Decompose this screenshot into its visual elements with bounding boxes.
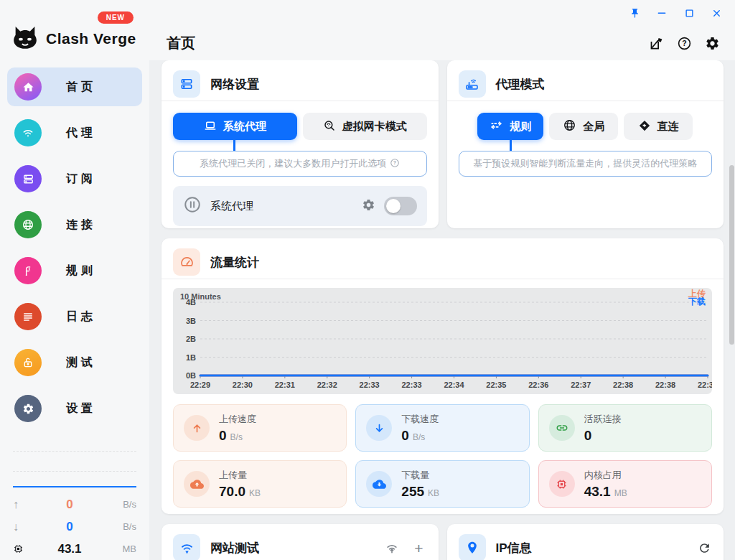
proxy-mode-hint: 基于预设规则智能判断流量走向，提供灵活的代理策略 <box>459 151 713 177</box>
sidebar-item-profiles[interactable]: 订阅 <box>7 159 142 198</box>
button-label: 虚拟网卡模式 <box>342 120 407 134</box>
globe-icon <box>563 118 576 134</box>
sidebar-item-label: 代理 <box>66 126 96 141</box>
svg-text:22:38: 22:38 <box>655 381 675 389</box>
stat-value: 255 <box>401 484 424 500</box>
traffic-stat-grid: 上传速度 0B/s 下载速度 0B/s <box>173 404 712 508</box>
arrow-down-icon: ↓ <box>13 521 30 533</box>
divider <box>161 101 439 101</box>
svg-text:22:36: 22:36 <box>528 381 548 389</box>
svg-text:22:32: 22:32 <box>317 381 337 389</box>
sidebar-item-label: 首页 <box>66 80 96 95</box>
maximize-icon[interactable] <box>680 5 698 21</box>
sidebar-download-row: ↓ 0 B/s <box>13 515 136 538</box>
direct-mode-button[interactable]: 直连 <box>624 113 693 140</box>
svg-text:22:31: 22:31 <box>275 381 295 389</box>
svg-text:22:30: 22:30 <box>233 381 253 389</box>
sidebar-memory-value: 43.1 <box>30 542 109 556</box>
system-proxy-button[interactable]: 系统代理 <box>173 113 297 140</box>
button-label: 全局 <box>583 120 604 134</box>
card-header: 流量统计 <box>173 247 712 277</box>
sidebar-item-home[interactable]: 首页 <box>7 67 142 106</box>
lightweight-mode-icon[interactable] <box>647 34 665 52</box>
svg-text:22:33: 22:33 <box>360 381 380 389</box>
settings-icon[interactable] <box>703 34 721 52</box>
wifi-icon <box>14 119 42 146</box>
stat-value: 0 <box>219 428 227 444</box>
sidebar-download-value: 0 <box>30 520 109 534</box>
pause-circle-icon[interactable] <box>183 195 202 217</box>
cpu-icon <box>549 471 575 497</box>
minimize-icon[interactable] <box>653 5 670 21</box>
sidebar-item-proxies[interactable]: 代理 <box>7 113 142 152</box>
stat-value: 0 <box>584 428 592 444</box>
system-proxy-switch[interactable] <box>384 197 417 215</box>
page-title: 首页 <box>167 34 195 53</box>
sidebar-item-settings[interactable]: 设置 <box>7 389 142 428</box>
pin-icon[interactable] <box>626 5 643 21</box>
stat-label: 活跃连接 <box>584 413 622 426</box>
direct-icon <box>638 119 651 134</box>
traffic-stats-card: 流量统计 10 Minutes 上传 下载 0B1B2B3B4B22:2922:… <box>161 238 724 514</box>
app-logo: Clash Verge NEW <box>0 22 149 56</box>
close-icon[interactable] <box>708 5 725 21</box>
sidebar-item-connections[interactable]: 连接 <box>7 205 142 244</box>
cloud-down-icon <box>366 471 392 497</box>
stat-value: 0 <box>401 428 409 444</box>
tun-mode-button[interactable]: 虚拟网卡模式 <box>303 113 427 140</box>
arrow-down-icon <box>366 415 392 441</box>
hint-text: 系统代理已关闭，建议大多数用户打开此选项 <box>200 157 386 170</box>
card-title: 代理模式 <box>496 76 545 93</box>
gear-icon <box>14 395 42 422</box>
sidebar-item-label: 规则 <box>66 263 96 279</box>
sidebar-item-test[interactable]: 测试 <box>7 343 142 382</box>
sidebar-item-logs[interactable]: 日志 <box>7 297 142 336</box>
sidebar-item-rules[interactable]: 规则 <box>7 251 142 290</box>
sidebar-memory-unit: MB <box>109 543 136 554</box>
help-icon[interactable]: ? <box>675 34 693 52</box>
stat-unit: MB <box>614 488 627 498</box>
global-mode-button[interactable]: 全局 <box>549 113 618 140</box>
upload-total-box: 上传量 70.0KB <box>173 460 347 508</box>
refresh-icon[interactable] <box>696 540 712 556</box>
card-header: 代理模式 <box>459 69 713 99</box>
chart-title: 10 Minutes <box>180 292 221 301</box>
button-label: 直连 <box>657 120 679 134</box>
svg-text:22:39: 22:39 <box>698 381 712 389</box>
svg-text:22:29: 22:29 <box>190 381 210 389</box>
sidebar-memory-row: 43.1 MB <box>13 538 136 560</box>
sparkline-gridline <box>13 451 136 452</box>
add-icon[interactable]: + <box>411 540 427 556</box>
sidebar-item-label: 订阅 <box>66 172 96 187</box>
laptop-icon <box>204 119 217 134</box>
location-pin-icon <box>459 534 486 560</box>
rule-mode-button[interactable]: 规则 <box>477 113 543 140</box>
arrow-up-icon <box>184 415 210 441</box>
sidebar-upload-unit: B/s <box>109 499 136 510</box>
route-icon <box>14 257 42 284</box>
tun-search-icon <box>323 119 336 134</box>
legend-download: 下载 <box>688 298 706 306</box>
svg-text:0B: 0B <box>186 371 196 380</box>
website-test-card: 网站测试 + <box>161 524 439 560</box>
card-title: 网络设置 <box>210 76 259 93</box>
help-circle-icon[interactable]: ? <box>390 158 400 170</box>
rule-arrows-icon <box>490 118 503 134</box>
stat-unit: KB <box>249 488 261 498</box>
stat-label: 上传速度 <box>219 413 256 426</box>
active-button-connector <box>233 140 235 151</box>
upload-speed-box: 上传速度 0B/s <box>173 404 347 452</box>
vertical-scrollbar[interactable] <box>729 165 734 345</box>
card-title: IP信息 <box>496 540 532 556</box>
stat-label: 下载量 <box>401 469 439 482</box>
speed-test-icon[interactable] <box>384 540 400 556</box>
card-title: 网站测试 <box>210 540 259 556</box>
sidebar-upload-value: 0 <box>30 498 109 512</box>
arrow-up-icon: ↑ <box>13 498 30 511</box>
stat-unit: B/s <box>230 432 243 442</box>
proxy-settings-gear-icon[interactable] <box>362 198 375 215</box>
main-area: 首页 ? <box>149 0 735 560</box>
svg-text:1B: 1B <box>186 353 196 362</box>
clash-verge-window: Clash Verge NEW 首页 代理 订阅 <box>0 0 735 560</box>
svg-text:22:35: 22:35 <box>486 381 506 389</box>
